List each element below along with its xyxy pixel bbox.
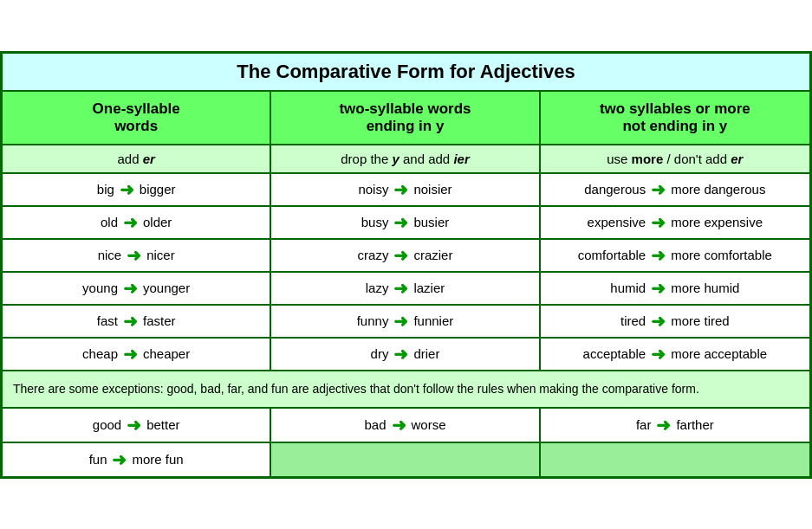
- word-more-dangerous: more dangerous: [671, 182, 765, 197]
- arrow-icon: ➜: [651, 278, 666, 299]
- cell-2-3: expensive➜more expensive: [541, 207, 809, 238]
- exceptions-note: There are some exceptions: good, bad, fa…: [3, 371, 809, 409]
- table-title: The Comparative Form for Adjectives: [3, 54, 809, 92]
- main-table: The Comparative Form for Adjectives One-…: [0, 51, 812, 479]
- word-more-acceptable: more acceptable: [671, 346, 767, 361]
- exc-cell-1-3: far➜farther: [541, 409, 809, 442]
- cell-4-1: young➜younger: [3, 273, 271, 304]
- data-row-4: young➜younger lazy➜lazier humid➜more hum…: [3, 273, 809, 306]
- column-headers: One-syllablewords two-syllable wordsendi…: [3, 92, 809, 145]
- word-crazier: crazier: [413, 248, 452, 262]
- exceptions-row-1: good➜better bad➜worse far➜farther: [3, 409, 809, 443]
- arrow-icon: ➜: [651, 245, 666, 266]
- word-funnier: funnier: [413, 313, 453, 328]
- word-fast: fast: [97, 313, 118, 328]
- arrow-icon: ➜: [393, 344, 408, 364]
- arrow-icon: ➜: [120, 179, 134, 200]
- word-funny: funny: [357, 313, 389, 328]
- cell-2-2: busy➜busier: [271, 207, 540, 238]
- cell-1-3: dangerous➜more dangerous: [541, 174, 809, 205]
- word-older: older: [143, 215, 172, 229]
- arrow-icon: ➜: [123, 278, 138, 299]
- col-header-2: two-syllable wordsending in y: [271, 92, 540, 144]
- cell-6-3: acceptable➜more acceptable: [541, 339, 809, 370]
- word-more-tired: more tired: [671, 313, 730, 328]
- cell-3-2: crazy➜crazier: [271, 240, 540, 271]
- word-noisier: noisier: [413, 182, 451, 197]
- exc-cell-1-2: bad➜worse: [271, 409, 540, 442]
- cell-1-1: big➜bigger: [3, 174, 271, 205]
- exceptions-row-2: fun➜more fun: [3, 443, 809, 476]
- data-row-3: nice➜nicer crazy➜crazier comfortable➜mor…: [3, 240, 809, 273]
- word-more-humid: more humid: [671, 281, 739, 295]
- cell-4-2: lazy➜lazier: [271, 273, 540, 304]
- word-lazier: lazier: [413, 281, 445, 295]
- word-drier: drier: [413, 346, 439, 361]
- cell-6-1: cheap➜cheaper: [3, 339, 271, 370]
- exc-cell-1-1: good➜better: [3, 409, 271, 442]
- cell-1-2: noisy➜noisier: [271, 174, 540, 205]
- word-young: young: [82, 281, 118, 295]
- word-fun: fun: [89, 452, 107, 467]
- word-dangerous: dangerous: [584, 182, 646, 197]
- word-humid: humid: [610, 281, 646, 295]
- word-better: better: [146, 417, 179, 432]
- word-noisy: noisy: [358, 182, 388, 197]
- word-big: big: [97, 182, 114, 197]
- rule-cell-2: drop the y and add ier: [271, 145, 540, 172]
- arrow-icon: ➜: [392, 415, 406, 435]
- col-header-1: One-syllablewords: [3, 92, 271, 144]
- word-old: old: [101, 215, 118, 229]
- rule-cell-3: use more / don't add er: [541, 145, 809, 172]
- rules-row: add er drop the y and add ier use more /…: [3, 145, 809, 174]
- cell-5-2: funny➜funnier: [271, 306, 540, 337]
- cell-5-1: fast➜faster: [3, 306, 271, 337]
- word-younger: younger: [143, 281, 190, 295]
- rule-cell-1: add er: [3, 145, 271, 172]
- arrow-icon: ➜: [393, 245, 408, 266]
- cell-6-2: dry➜drier: [271, 339, 540, 370]
- word-busy: busy: [361, 215, 389, 229]
- arrow-icon: ➜: [123, 344, 138, 364]
- word-expensive: expensive: [588, 215, 646, 229]
- word-nicer: nicer: [146, 248, 175, 262]
- col-header-3: two syllables or morenot ending in y: [541, 92, 809, 144]
- arrow-icon: ➜: [393, 278, 408, 299]
- data-row-5: fast➜faster funny➜funnier tired➜more tir…: [3, 306, 809, 339]
- word-crazy: crazy: [358, 248, 389, 262]
- arrow-icon: ➜: [393, 212, 408, 233]
- word-good: good: [93, 417, 121, 432]
- word-nice: nice: [98, 248, 122, 262]
- word-tired: tired: [620, 313, 646, 328]
- word-farther: farther: [676, 417, 713, 432]
- word-bigger: bigger: [140, 182, 176, 197]
- arrow-icon: ➜: [127, 245, 141, 266]
- arrow-icon: ➜: [127, 415, 141, 435]
- arrow-icon: ➜: [651, 344, 666, 364]
- arrow-icon: ➜: [651, 311, 666, 332]
- word-busier: busier: [413, 215, 449, 229]
- word-more-expensive: more expensive: [671, 215, 763, 229]
- cell-5-3: tired➜more tired: [541, 306, 809, 337]
- word-bad: bad: [364, 417, 386, 432]
- arrow-icon: ➜: [393, 311, 408, 332]
- arrow-icon: ➜: [123, 212, 138, 233]
- data-row-6: cheap➜cheaper dry➜drier acceptable➜more …: [3, 339, 809, 371]
- arrow-icon: ➜: [112, 449, 127, 470]
- exc-cell-2-3: [541, 443, 809, 476]
- word-more-comfortable: more comfortable: [671, 248, 772, 262]
- data-row-1: big➜bigger noisy➜noisier dangerous➜more …: [3, 174, 809, 207]
- word-far: far: [636, 417, 652, 432]
- arrow-icon: ➜: [651, 212, 666, 233]
- exc-cell-2-2: [271, 443, 540, 476]
- data-row-2: old➜older busy➜busier expensive➜more exp…: [3, 207, 809, 240]
- word-cheap: cheap: [82, 346, 118, 361]
- arrow-icon: ➜: [393, 179, 408, 200]
- word-faster: faster: [143, 313, 176, 328]
- arrow-icon: ➜: [123, 311, 138, 332]
- word-comfortable: comfortable: [578, 248, 646, 262]
- word-more-fun: more fun: [132, 452, 183, 467]
- cell-3-1: nice➜nicer: [3, 240, 271, 271]
- word-lazy: lazy: [366, 281, 389, 295]
- word-cheaper: cheaper: [143, 346, 190, 361]
